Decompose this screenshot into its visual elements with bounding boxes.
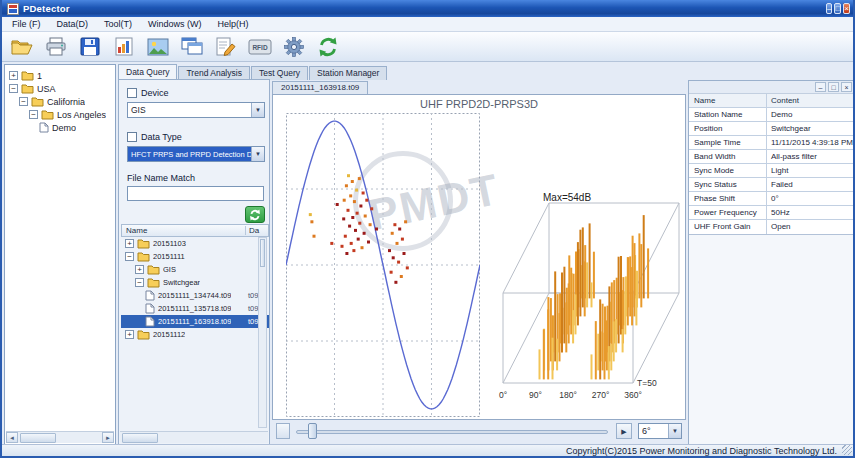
time-slider-thumb[interactable] <box>308 423 317 439</box>
pane-close-button[interactable]: × <box>841 82 852 92</box>
chevron-down-icon[interactable]: ▼ <box>668 424 681 438</box>
tab-data-query[interactable]: Data Query <box>118 64 177 80</box>
report-icon <box>115 37 133 56</box>
file-da-value: t09 <box>248 317 258 326</box>
image-button[interactable] <box>144 34 171 59</box>
print-button[interactable] <box>42 34 69 59</box>
property-row: Sync StatusFailed <box>689 178 854 192</box>
settings-button[interactable] <box>280 34 307 59</box>
tab-trend-analysis[interactable]: Trend Analysis <box>178 66 249 80</box>
viewer-file-tab[interactable]: 20151111_163918.t09 <box>272 81 368 94</box>
property-name: Position <box>689 122 767 135</box>
report-button[interactable] <box>110 34 137 59</box>
resize-grip[interactable] <box>842 445 852 455</box>
close-button[interactable]: × <box>843 3 850 14</box>
chevron-down-icon[interactable]: ▼ <box>251 147 264 161</box>
slider-home-button[interactable] <box>276 423 290 439</box>
rfid-icon: RFID <box>248 38 272 56</box>
pane-float-button[interactable]: □ <box>828 82 839 92</box>
property-value: Demo <box>767 108 854 121</box>
scroll-thumb[interactable] <box>122 433 158 443</box>
phase-step-value: 6° <box>639 426 668 436</box>
menu-item-help[interactable]: Help(H) <box>210 18 257 30</box>
tree-item-los-angeles[interactable]: −Los Angeles <box>5 108 115 121</box>
maximize-button[interactable]: □ <box>834 3 841 14</box>
property-name: Sync Mode <box>689 164 767 177</box>
filename-input[interactable] <box>127 186 264 201</box>
svg-text:180°: 180° <box>559 390 577 400</box>
edit-button[interactable] <box>212 34 239 59</box>
station-tree: +1−USA−California−Los AngelesDemo <box>5 65 115 134</box>
scroll-right-icon[interactable]: ► <box>102 432 114 443</box>
tree-item-gis[interactable]: +GIS <box>121 263 269 276</box>
scroll-left-icon[interactable]: ◄ <box>6 432 18 443</box>
property-name: Sample Time <box>689 136 767 149</box>
open-button[interactable] <box>8 34 35 59</box>
tree-item-california[interactable]: −California <box>5 95 115 108</box>
tree-item-20151112[interactable]: +20151112 <box>121 328 269 341</box>
tree-item-usa[interactable]: −USA <box>5 82 115 95</box>
scroll-thumb[interactable] <box>260 239 265 267</box>
menu-item-windows[interactable]: Windows (W) <box>140 18 210 30</box>
tab-test-query[interactable]: Test Query <box>251 66 308 80</box>
rfid-button[interactable]: RFID <box>246 34 273 59</box>
device-checkbox[interactable] <box>127 88 137 98</box>
expand-icon[interactable]: + <box>9 71 18 80</box>
tree-item-20151111-163918-t09[interactable]: 20151111_163918.t09t09 <box>121 315 269 328</box>
tree-item-20151103[interactable]: +20151103 <box>121 237 269 250</box>
collapse-icon[interactable]: − <box>125 252 134 261</box>
menu-item-tool[interactable]: Tool(T) <box>96 18 140 30</box>
tree-item-label: 20151111_134744.t09 <box>158 291 231 300</box>
open-icon <box>11 38 33 56</box>
folder-icon <box>137 329 150 340</box>
chevron-down-icon[interactable]: ▼ <box>251 103 264 117</box>
tree-item-switchgear[interactable]: −Switchgear <box>121 276 269 289</box>
folder-icon <box>21 83 34 94</box>
expand-icon[interactable]: + <box>135 265 144 274</box>
device-dropdown[interactable]: GIS ▼ <box>127 102 265 118</box>
tree-item-20151111[interactable]: −20151111 <box>121 250 269 263</box>
next-frame-button[interactable]: ▶ <box>616 423 632 439</box>
tree-item-1[interactable]: +1 <box>5 69 115 82</box>
svg-text:0°: 0° <box>499 390 507 400</box>
tree-item-label: Switchgear <box>163 278 200 287</box>
datatype-checkbox[interactable] <box>127 132 137 142</box>
properties-pane-header[interactable]: –□× <box>689 81 854 94</box>
pane-minimize-button[interactable]: – <box>815 82 826 92</box>
collapse-icon[interactable]: − <box>135 278 144 287</box>
station-horizontal-scrollbar[interactable]: ◄ ► <box>6 431 114 443</box>
property-value: Switchgear <box>767 122 854 135</box>
expand-icon[interactable]: + <box>125 330 134 339</box>
tree-item-20151111-134744-t09[interactable]: 20151111_134744.t09t09 <box>121 289 269 302</box>
column-divider[interactable] <box>245 226 246 235</box>
phase-step-dropdown[interactable]: 6° ▼ <box>638 423 682 439</box>
tree-item-demo[interactable]: Demo <box>5 121 115 134</box>
tree-item-20151111-135718-t09[interactable]: 20151111_135718.t09t09 <box>121 302 269 315</box>
menu-item-file[interactable]: File (F) <box>4 18 49 30</box>
collapse-icon[interactable]: − <box>29 110 38 119</box>
query-refresh-button[interactable] <box>245 206 265 223</box>
file-list-vertical-scrollbar[interactable] <box>258 237 267 428</box>
collapse-icon[interactable]: − <box>9 84 18 93</box>
monitor-button[interactable] <box>178 34 205 59</box>
refresh-button[interactable] <box>314 34 341 59</box>
device-dropdown-value: GIS <box>128 105 251 115</box>
file-list-horizontal-scrollbar[interactable] <box>120 431 268 443</box>
expand-icon[interactable]: + <box>125 239 134 248</box>
tree-item-label: 20151111 <box>153 252 185 261</box>
tree-item-label: 20151112 <box>153 330 185 339</box>
menu-item-data[interactable]: Data(D) <box>49 18 97 30</box>
scroll-thumb[interactable] <box>20 433 56 443</box>
property-name: Sync Status <box>689 178 767 191</box>
property-row: PositionSwitchgear <box>689 122 854 136</box>
minimize-button[interactable]: – <box>826 3 832 14</box>
svg-text:Max=54dB: Max=54dB <box>543 192 591 203</box>
collapse-icon[interactable]: − <box>19 97 28 106</box>
save-button[interactable] <box>76 34 103 59</box>
datatype-dropdown[interactable]: HFCT PRPS and PRPD Detection Dat ▼ <box>127 146 265 162</box>
time-slider-track[interactable] <box>296 430 608 434</box>
file-icon <box>145 303 155 314</box>
file-icon <box>39 122 49 133</box>
props-header-name: Name <box>689 94 767 107</box>
tab-station-manager[interactable]: Station Manager <box>309 66 387 80</box>
